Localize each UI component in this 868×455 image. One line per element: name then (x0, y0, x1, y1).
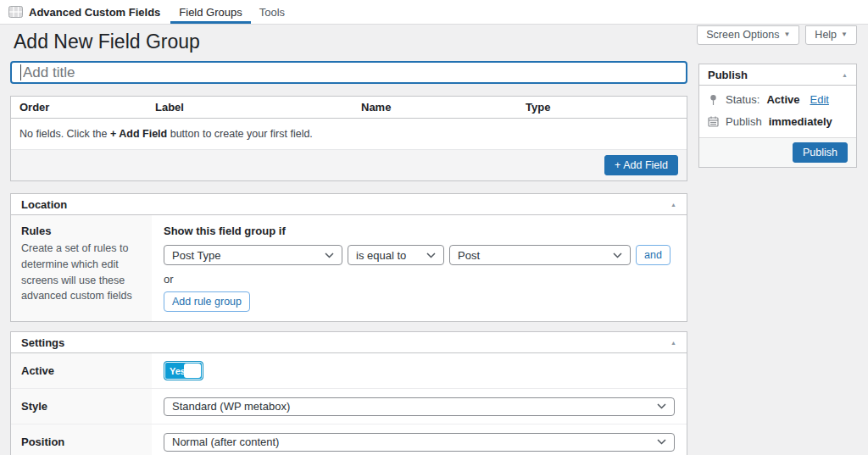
toggle-knob (184, 363, 201, 378)
tab-tools[interactable]: Tools (251, 0, 293, 24)
tab-tools-label: Tools (259, 6, 285, 19)
fields-table-footer: + Add Field (11, 150, 687, 180)
active-setting-content: Yes (152, 353, 687, 388)
chevron-down-icon: ▼ (841, 31, 848, 38)
location-rules-content: Show this field group if Post Type is eq… (152, 215, 687, 321)
position-select[interactable]: Normal (after content) (164, 433, 675, 452)
location-rule-row: Post Type is equal to Post (164, 245, 675, 265)
pin-icon (708, 94, 719, 106)
publish-panel-title: Publish (708, 69, 748, 81)
collapse-arrow-icon[interactable]: ▲ (842, 72, 848, 78)
rule-field-select-value: Post Type (172, 249, 221, 262)
chevron-down-icon (657, 439, 666, 445)
position-setting-content: Normal (after content) (152, 424, 687, 455)
column-header-type: Type (517, 101, 687, 114)
publish-timing-prefix: Publish (726, 115, 762, 128)
tab-field-groups-label: Field Groups (179, 6, 242, 19)
location-panel-body: Rules Create a set of rules to determine… (11, 215, 687, 321)
publish-panel-footer: Publish (699, 137, 856, 167)
rules-description: Create a set of rules to determine which… (21, 241, 142, 304)
add-rule-group-button[interactable]: Add rule group (164, 291, 250, 312)
edit-status-link[interactable]: Edit (810, 93, 829, 106)
position-label: Position (11, 424, 152, 455)
column-header-label: Label (147, 101, 353, 114)
location-panel-title: Location (21, 198, 67, 211)
help-label: Help (815, 29, 837, 41)
rules-title: Rules (21, 225, 142, 237)
settings-panel: Settings ▲ Active Yes Style Standard (WP… (10, 331, 687, 455)
publish-panel-body: Status: Active Edit Publish immediately (699, 86, 856, 137)
style-label: Style (11, 389, 152, 424)
main-column: Order Label Name Type No fields. Click t… (10, 61, 687, 455)
location-panel-header: Location ▲ (11, 194, 687, 215)
rule-field-select[interactable]: Post Type (164, 245, 342, 265)
no-fields-message-bold: + Add Field (110, 128, 167, 140)
add-field-button[interactable]: + Add Field (604, 155, 678, 175)
setting-row-active: Active Yes (11, 353, 687, 389)
fields-table: Order Label Name Type No fields. Click t… (10, 96, 687, 181)
settings-panel-header: Settings ▲ (11, 332, 687, 353)
setting-row-style: Style Standard (WP metabox) (11, 389, 687, 424)
rule-operator-select[interactable]: is equal to (348, 245, 444, 265)
settings-panel-title: Settings (21, 336, 64, 349)
style-select[interactable]: Standard (WP metabox) (164, 397, 675, 416)
publish-panel: Publish ▲ Status: Active Edit (698, 64, 857, 168)
status-row: Status: Active Edit (708, 93, 848, 106)
publish-timing-value: immediately (769, 115, 832, 128)
setting-row-position: Position Normal (after content) (11, 424, 687, 455)
screen-options-label: Screen Options (706, 29, 779, 41)
chevron-down-icon: ▼ (783, 31, 790, 38)
screen-meta-links: Screen Options ▼ Help ▼ (697, 25, 857, 45)
collapse-arrow-icon[interactable]: ▲ (670, 202, 676, 208)
no-fields-message: No fields. Click the + Add Field button … (11, 119, 687, 150)
acf-logo-icon (8, 6, 23, 18)
screen-options-button[interactable]: Screen Options ▼ (697, 25, 799, 45)
chevron-down-icon (613, 252, 622, 258)
rule-value-select[interactable]: Post (449, 245, 631, 265)
chevron-down-icon (325, 252, 334, 258)
calendar-icon (708, 116, 719, 127)
help-button[interactable]: Help ▼ (805, 25, 857, 45)
style-setting-content: Standard (WP metabox) (152, 389, 687, 424)
column-header-name: Name (353, 101, 517, 114)
status-value: Active (766, 93, 799, 106)
status-label: Status: (726, 93, 760, 106)
condition-label: Show this field group if (164, 225, 675, 237)
text-caret (20, 64, 21, 80)
no-fields-message-prefix: No fields. Click the (19, 128, 110, 140)
publish-timing-row: Publish immediately (708, 115, 848, 128)
and-rule-button[interactable]: and (636, 245, 670, 265)
no-fields-message-suffix: button to create your first field. (167, 128, 313, 140)
active-toggle-label: Yes (164, 366, 186, 376)
position-select-value: Normal (after content) (172, 436, 279, 448)
location-panel: Location ▲ Rules Create a set of rules t… (10, 193, 687, 322)
or-label: or (164, 273, 675, 286)
collapse-arrow-icon[interactable]: ▲ (670, 340, 676, 346)
style-select-value: Standard (WP metabox) (172, 400, 290, 413)
brand-title: Advanced Custom Fields (29, 6, 160, 19)
title-input-wrapper (10, 61, 687, 84)
chevron-down-icon (426, 252, 436, 258)
title-input[interactable] (10, 61, 687, 84)
fields-table-header: Order Label Name Type (11, 97, 687, 119)
column-header-order: Order (11, 101, 147, 114)
active-toggle[interactable]: Yes (164, 361, 203, 380)
acf-topbar: Advanced Custom Fields Field Groups Tool… (0, 0, 868, 25)
publish-panel-header: Publish ▲ (699, 64, 856, 86)
rule-value-select-value: Post (458, 249, 480, 262)
rule-operator-select-value: is equal to (356, 249, 406, 262)
location-rules-label-column: Rules Create a set of rules to determine… (11, 215, 152, 321)
page-title: Add New Field Group (14, 31, 200, 53)
active-label: Active (11, 353, 152, 388)
tab-field-groups[interactable]: Field Groups (170, 0, 250, 24)
chevron-down-icon (657, 403, 666, 409)
acf-brand: Advanced Custom Fields (0, 0, 170, 24)
publish-button[interactable]: Publish (793, 142, 848, 163)
